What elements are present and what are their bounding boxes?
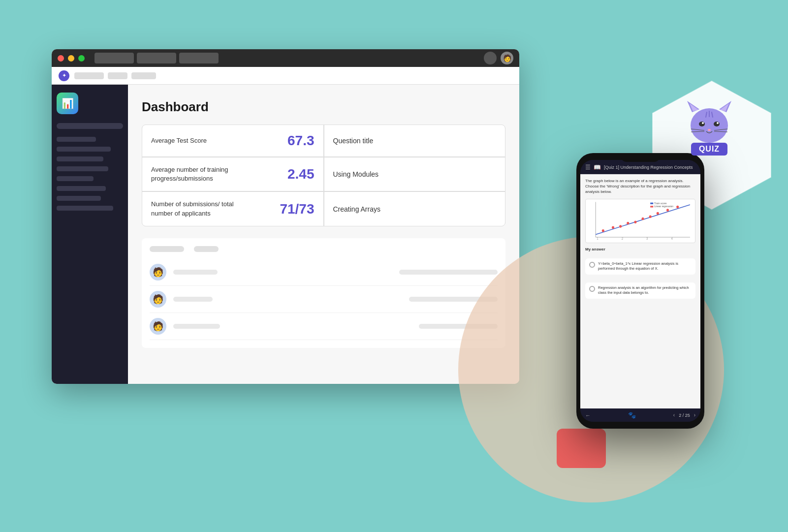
sidebar-item-5[interactable] xyxy=(57,176,94,181)
phone-container: ☰ 📖 [Quiz 1] Understanding Regression Co… xyxy=(547,153,734,507)
browser-titlebar: 🧑 xyxy=(52,49,519,67)
phone-footer-paw-icon: 🐾 xyxy=(628,411,636,419)
phone-footer-page: 2 / 25 xyxy=(679,413,690,418)
browser-control-circle-1 xyxy=(484,52,497,64)
table-row: 🧑 xyxy=(150,286,498,313)
stat-card-using-modules: Using Modules xyxy=(324,157,505,191)
browser-controls-right: 🧑 xyxy=(484,52,513,64)
stat-card-avg-score: Average Test Score 67.3 xyxy=(142,125,323,156)
phone-footer: ← 🐾 ‹ 2 / 25 › xyxy=(580,408,700,422)
cat-face-svg xyxy=(682,98,736,148)
traffic-light-close[interactable] xyxy=(58,55,64,62)
svg-text:2: 2 xyxy=(622,237,624,240)
row-name-3 xyxy=(173,324,220,329)
stat-value-avg-score: 67.3 xyxy=(287,133,315,149)
phone-radio-2[interactable] xyxy=(589,286,595,292)
browser-window: 🧑 ✦ 📊 xyxy=(52,49,519,384)
sidebar-item-6[interactable] xyxy=(57,186,106,191)
sidebar-logo: 📊 xyxy=(57,93,78,114)
svg-point-9 xyxy=(649,215,652,218)
stat-card-submissions-total: Number of submissions/ total number of a… xyxy=(142,192,323,225)
addressbar-pill-2 xyxy=(108,72,127,79)
phone-option-1-text: Y=beta_0+beta_1*x Linear regression anal… xyxy=(598,261,692,272)
avatar-2: 🧑 xyxy=(150,291,166,308)
svg-text:Linear regression: Linear regression xyxy=(654,205,673,208)
svg-rect-17 xyxy=(650,202,653,204)
sidebar-item-4[interactable] xyxy=(57,166,108,171)
svg-point-10 xyxy=(657,212,659,215)
svg-text:Train score: Train score xyxy=(654,201,666,204)
phone-menu-icon: ☰ xyxy=(585,164,591,171)
stat-label-creating-arrays: Creating Arrays xyxy=(333,205,380,213)
stat-card-avg-submissions: Average number of training progress/subm… xyxy=(142,157,323,191)
browser-tab-1[interactable] xyxy=(95,53,134,63)
sidebar-item-2[interactable] xyxy=(57,147,111,152)
sidebar-search-placeholder xyxy=(57,123,123,129)
phone-option-2-text: Regression analysis is an algorithm for … xyxy=(598,285,692,296)
stat-card-question-title: Question title xyxy=(324,125,505,156)
phone-chart: 1 2 3 4 Train score Linear regression xyxy=(585,199,695,243)
addressbar-pills xyxy=(74,72,156,79)
svg-point-11 xyxy=(666,209,669,212)
phone-option-1[interactable]: Y=beta_0+beta_1*x Linear regression anal… xyxy=(585,258,695,275)
traffic-light-fullscreen[interactable] xyxy=(78,55,85,62)
table-header-row xyxy=(150,246,498,252)
sidebar: 📊 xyxy=(52,85,128,384)
svg-point-7 xyxy=(634,220,636,223)
avatar-3: 🧑 xyxy=(150,318,166,335)
phone-my-answer-label: My answer xyxy=(585,247,695,251)
table-row: 🧑 xyxy=(150,313,498,340)
sidebar-item-3[interactable] xyxy=(57,156,103,161)
svg-rect-19 xyxy=(650,206,653,207)
sidebar-item-8[interactable] xyxy=(57,206,113,211)
phone-screen: ☰ 📖 [Quiz 1] Understanding Regression Co… xyxy=(580,160,700,422)
svg-point-30 xyxy=(717,122,719,124)
row-name-1 xyxy=(173,270,218,275)
phone-footer-nav: ‹ 2 / 25 › xyxy=(673,412,695,418)
stat-label-using-modules: Using Modules xyxy=(333,170,379,178)
sidebar-item-1[interactable] xyxy=(57,137,96,142)
phone-option-2[interactable]: Regression analysis is an algorithm for … xyxy=(585,282,695,299)
browser-tab-3[interactable] xyxy=(179,53,219,63)
quiz-label: QUIZ xyxy=(691,143,727,156)
addressbar-pill-1 xyxy=(74,72,104,79)
main-content: Dashboard Average Test Score 67.3 Questi… xyxy=(128,85,519,384)
stat-value-submissions-total: 71/73 xyxy=(280,201,314,217)
svg-point-12 xyxy=(676,205,679,208)
stat-label-avg-submissions: Average number of training progress/subm… xyxy=(151,165,250,183)
svg-point-4 xyxy=(612,226,614,229)
row-name-2 xyxy=(173,297,213,302)
stat-card-creating-arrays: Creating Arrays xyxy=(324,192,505,225)
stat-label-avg-score: Average Test Score xyxy=(151,136,207,145)
phone-body: The graph below is an example of a regre… xyxy=(580,174,700,408)
traffic-light-minimize[interactable] xyxy=(68,55,74,62)
table-area: 🧑 🧑 🧑 xyxy=(142,238,505,348)
browser-user-avatar: 🧑 xyxy=(501,52,513,64)
phone-bookmark-icon: 📖 xyxy=(594,164,601,171)
svg-point-8 xyxy=(642,217,644,220)
phone-footer-next[interactable]: › xyxy=(694,412,695,418)
phone-radio-1[interactable] xyxy=(589,262,595,268)
stat-label-submissions-total: Number of submissions/ total number of a… xyxy=(151,200,250,218)
stats-grid: Average Test Score 67.3 Question title A… xyxy=(142,125,505,226)
svg-point-31 xyxy=(708,129,711,131)
avatar-1: 🧑 xyxy=(150,264,166,281)
browser-tab-2[interactable] xyxy=(137,53,176,63)
svg-point-6 xyxy=(627,221,629,224)
svg-text:4: 4 xyxy=(671,237,673,240)
sidebar-item-7[interactable] xyxy=(57,196,101,201)
svg-text:3: 3 xyxy=(646,237,648,240)
phone-footer-prev[interactable]: ‹ xyxy=(673,412,675,418)
table-row: 🧑 xyxy=(150,259,498,286)
addressbar-pill-3 xyxy=(131,72,156,79)
quiz-badge: QUIZ xyxy=(660,98,758,197)
page-title: Dashboard xyxy=(142,99,505,115)
table-header-name xyxy=(150,246,184,252)
phone-footer-back-icon[interactable]: ← xyxy=(585,412,591,418)
svg-point-27 xyxy=(699,122,705,126)
svg-point-29 xyxy=(702,122,704,124)
row-score-1 xyxy=(399,270,498,275)
browser-tabs xyxy=(95,53,480,63)
chart-svg: 1 2 3 4 Train score Linear regression xyxy=(586,199,695,243)
stat-label-question-title: Question title xyxy=(333,137,374,145)
